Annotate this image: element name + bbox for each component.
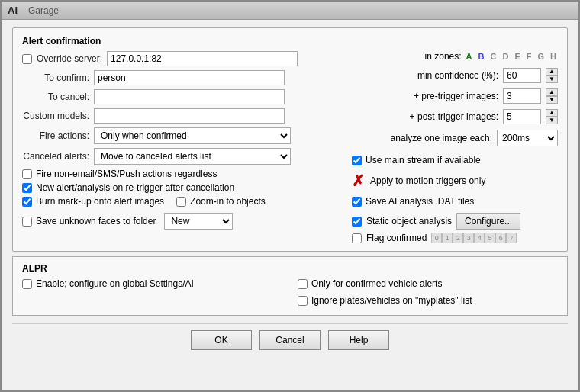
min-confidence-spinner: ▲ ▼ — [546, 68, 558, 83]
ok-button[interactable]: OK — [191, 330, 252, 350]
new-alert-label: New alert/analysis on re-trigger after c… — [36, 182, 234, 193]
canceled-alerts-row: Canceled alerts: Move to canceled alerts… — [22, 148, 344, 165]
override-server-label: Override server: — [37, 53, 102, 64]
fire-nonemail-row: Fire non-email/SMS/Push actions regardle… — [22, 169, 344, 179]
alpr-enable-label: Enable; configure on global Settings/AI — [36, 278, 194, 289]
post-trigger-row: + post-trigger images: ▲ ▼ — [352, 109, 558, 124]
burn-markup-row: Burn mark-up onto alert images Zoom-in t… — [22, 196, 344, 210]
save-dat-row: Save AI analysis .DAT files — [352, 196, 558, 207]
zone-e[interactable]: E — [513, 51, 521, 62]
flag-num-3: 3 — [463, 233, 474, 243]
help-button[interactable]: Help — [328, 330, 389, 350]
save-unknown-folder-select[interactable]: New Existing — [164, 213, 233, 230]
static-object-checkbox[interactable] — [352, 217, 362, 227]
zone-c[interactable]: C — [489, 51, 498, 62]
to-cancel-label: To cancel: — [22, 92, 89, 102]
override-server-row: Override server: — [22, 51, 344, 66]
fire-actions-row: Fire actions: Only when confirmed Always… — [22, 127, 344, 144]
pre-trigger-spinner: ▲ ▼ — [546, 88, 558, 104]
alpr-enable-checkbox[interactable] — [22, 279, 32, 289]
pre-trigger-input[interactable] — [503, 88, 541, 104]
pre-trigger-up[interactable]: ▲ — [546, 88, 558, 96]
burn-markup-checkbox-row: Burn mark-up onto alert images — [22, 196, 164, 207]
override-server-checkbox[interactable] — [22, 54, 32, 64]
save-unknown-row: Save unknown faces to folder New Existin… — [22, 213, 344, 230]
min-confidence-label: min confidence (%): — [417, 70, 498, 81]
to-confirm-label: To confirm: — [22, 72, 89, 83]
post-trigger-up[interactable]: ▲ — [546, 109, 558, 117]
to-confirm-input[interactable] — [94, 70, 285, 85]
post-trigger-input[interactable] — [503, 109, 541, 124]
flag-num-7: 7 — [506, 233, 517, 243]
flag-confirmed-checkbox[interactable] — [352, 233, 362, 243]
zones-row: in zones: A B C D E F G H — [352, 51, 558, 62]
right-panel: in zones: A B C D E F G H min confidence… — [352, 51, 558, 243]
save-unknown-checkbox[interactable] — [22, 217, 32, 227]
alpr-enable-row: Enable; configure on global Settings/AI — [22, 278, 282, 289]
min-confidence-up[interactable]: ▲ — [546, 68, 558, 76]
right-checkboxes: Use main stream if available ✗ Apply to … — [352, 155, 558, 243]
flag-num-6: 6 — [495, 233, 506, 243]
zoom-in-checkbox-row: Zoom-in to objects — [176, 196, 266, 207]
main-area: Override server: To confirm: To cancel: — [22, 51, 558, 243]
title-bar: AI Garage — [2, 2, 578, 20]
fire-actions-select[interactable]: Only when confirmed Always Never — [94, 127, 291, 144]
zone-g[interactable]: G — [536, 51, 546, 62]
apply-motion-row: ✗ Apply to motion triggers only — [352, 172, 558, 190]
flag-confirmed-row: Flag confirmed 0 1 2 3 4 5 6 7 — [352, 233, 558, 243]
flag-confirmed-label: Flag confirmed — [366, 233, 427, 243]
new-alert-row: New alert/analysis on re-trigger after c… — [22, 182, 344, 193]
pre-trigger-label: + pre-trigger images: — [414, 91, 498, 101]
burn-markup-label: Burn mark-up onto alert images — [36, 196, 164, 207]
custom-models-input[interactable] — [94, 108, 285, 124]
new-alert-checkbox[interactable] — [22, 183, 32, 193]
only-confirmed-checkbox[interactable] — [298, 279, 308, 289]
fire-actions-label: Fire actions: — [22, 130, 89, 141]
flag-numbers: 0 1 2 3 4 5 6 7 — [431, 233, 517, 243]
cancel-button[interactable]: Cancel — [259, 330, 321, 350]
post-trigger-spinner: ▲ ▼ — [546, 109, 558, 124]
to-confirm-row: To confirm: — [22, 70, 344, 85]
fire-nonemail-checkbox[interactable] — [22, 169, 32, 179]
zone-d[interactable]: D — [501, 51, 510, 62]
zone-h[interactable]: H — [549, 51, 558, 62]
flag-num-0: 0 — [431, 233, 442, 243]
canceled-alerts-select[interactable]: Move to canceled alerts list Delete Keep — [94, 148, 291, 165]
ignore-plates-checkbox[interactable] — [298, 296, 308, 306]
post-trigger-down[interactable]: ▼ — [546, 117, 558, 124]
alert-confirmation-title: Alert confirmation — [22, 36, 558, 47]
save-dat-checkbox[interactable] — [352, 197, 362, 207]
to-cancel-row: To cancel: — [22, 89, 344, 104]
save-dat-label: Save AI analysis .DAT files — [366, 196, 474, 207]
use-main-stream-checkbox[interactable] — [352, 156, 362, 165]
min-confidence-input[interactable] — [503, 68, 541, 83]
flag-num-4: 4 — [474, 233, 485, 243]
flag-num-5: 5 — [485, 233, 495, 243]
zone-b[interactable]: B — [477, 51, 486, 62]
in-zones-label: in zones: — [425, 51, 462, 62]
analyze-select[interactable]: 200ms 500ms 1000ms 2000ms — [497, 130, 558, 146]
main-window: AI Garage Alert confirmation Override se… — [0, 0, 580, 392]
to-cancel-input[interactable] — [94, 89, 285, 104]
custom-models-label: Custom models: — [22, 111, 89, 121]
pre-trigger-down[interactable]: ▼ — [546, 96, 558, 104]
burn-markup-checkbox[interactable] — [22, 197, 32, 207]
bottom-buttons: OK Cancel Help — [12, 323, 568, 356]
alpr-right: Only for confirmed vehicle alerts Ignore… — [298, 278, 558, 309]
override-server-input[interactable] — [107, 51, 298, 66]
min-confidence-down[interactable]: ▼ — [546, 76, 558, 83]
flag-num-2: 2 — [453, 233, 463, 243]
configure-button[interactable]: Configure... — [456, 213, 520, 230]
static-object-row: Static object analysis Configure... — [352, 213, 558, 230]
zoom-in-label: Zoom-in to objects — [190, 196, 266, 207]
tab-label: Garage — [28, 5, 59, 16]
zone-f[interactable]: F — [525, 51, 533, 62]
apply-motion-label: Apply to motion triggers only — [370, 175, 485, 186]
zoom-in-checkbox[interactable] — [176, 197, 186, 207]
alpr-inner: Enable; configure on global Settings/AI … — [22, 278, 558, 309]
analyze-row: analyze one image each: 200ms 500ms 1000… — [352, 130, 558, 146]
zone-a[interactable]: A — [465, 51, 474, 62]
ignore-plates-label: Ignore plates/vehicles on "myplates" lis… — [311, 295, 472, 306]
custom-models-row: Custom models: — [22, 108, 344, 124]
alpr-title: ALPR — [22, 263, 558, 274]
